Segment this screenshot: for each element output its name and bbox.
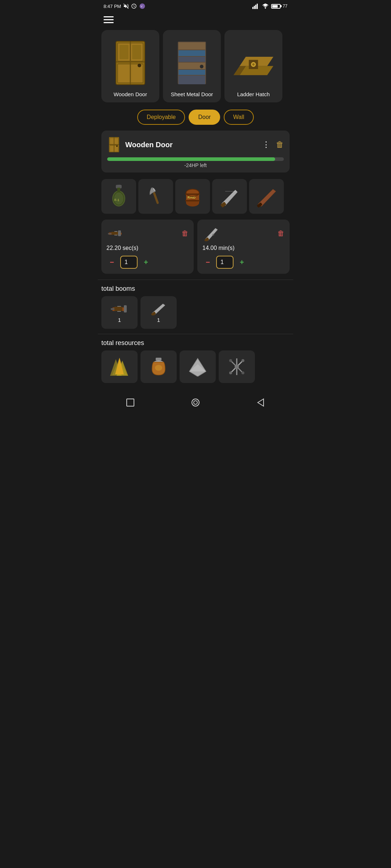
- svg-point-15: [138, 64, 141, 67]
- svg-rect-82: [156, 358, 161, 361]
- resource-scrap: [219, 350, 255, 383]
- nav-back-button[interactable]: [253, 395, 268, 410]
- ladder-hatch-label: Ladder Hatch: [237, 91, 270, 97]
- total-resources-row: [98, 348, 293, 385]
- svg-point-96: [192, 399, 199, 406]
- svg-rect-19: [178, 50, 205, 56]
- alarm-icon: [131, 3, 137, 9]
- svg-rect-74: [114, 307, 122, 311]
- tool-barrel[interactable]: RAID: [175, 179, 210, 214]
- svg-rect-71: [124, 305, 127, 312]
- method-cards: 🗑 22.20 sec(s) − + 🗑 14.00 min(s) −: [98, 217, 293, 277]
- tools-row: F-1 RAID: [98, 176, 293, 217]
- boom-item-1: 1: [140, 296, 177, 329]
- item-carousel: Wooden Door Sheet Metal Door: [98, 27, 293, 105]
- svg-point-39: [116, 145, 118, 147]
- wooden-door-label: Wooden Door: [114, 91, 147, 97]
- method-1-decrement[interactable]: −: [202, 257, 213, 268]
- method-1-quantity[interactable]: [216, 256, 234, 269]
- total-booms-title: total booms: [98, 283, 293, 294]
- svg-rect-51: [185, 200, 200, 201]
- svg-point-83: [155, 365, 162, 371]
- battery-level: 77: [283, 4, 287, 9]
- svg-rect-42: [117, 188, 120, 192]
- nav-home-button[interactable]: [188, 395, 203, 410]
- resource-metal: [180, 350, 216, 383]
- menu-button[interactable]: [98, 11, 293, 27]
- svg-rect-22: [178, 70, 205, 75]
- method-1-tool-img: [202, 225, 220, 242]
- mute-icon: [123, 3, 129, 9]
- battery-icon: [271, 4, 281, 9]
- selected-item-name: Wooden Door: [125, 141, 173, 149]
- svg-point-93: [229, 359, 232, 362]
- nav-square-button[interactable]: [123, 395, 138, 410]
- svg-rect-18: [178, 42, 205, 50]
- svg-rect-14: [132, 45, 141, 59]
- svg-rect-65: [112, 232, 118, 235]
- svg-point-7: [265, 8, 266, 9]
- status-left: 8:47 PM V: [104, 3, 146, 9]
- method-0-decrement[interactable]: −: [106, 257, 117, 268]
- sheet-door-label: Sheet Metal Door: [171, 91, 213, 97]
- time-display: 8:47 PM: [104, 4, 121, 9]
- tool-hatchet[interactable]: [138, 179, 173, 214]
- filter-deployable[interactable]: Deployable: [137, 110, 185, 125]
- nav-bar: [98, 391, 293, 416]
- tool-grenade[interactable]: F-1: [101, 179, 136, 214]
- signal-icon: [252, 3, 260, 9]
- hp-label: -24HP left: [107, 162, 284, 170]
- method-0-quantity[interactable]: [120, 256, 138, 269]
- method-1-counter: − +: [202, 256, 247, 269]
- svg-text:V: V: [141, 5, 143, 8]
- boom-item-1-count: 1: [157, 317, 160, 323]
- viber-icon: V: [139, 3, 146, 9]
- filter-wall[interactable]: Wall: [224, 110, 254, 125]
- method-0-trash[interactable]: 🗑: [181, 229, 189, 238]
- carousel-item-ladder-hatch[interactable]: Ladder Hatch: [224, 30, 282, 102]
- status-right: 77: [252, 3, 287, 9]
- tool-knife[interactable]: [212, 179, 247, 214]
- hp-bar-fill: [107, 157, 275, 161]
- resource-cloth: [101, 350, 138, 383]
- more-options-button[interactable]: ⋮: [262, 141, 271, 149]
- method-card-1: 🗑 14.00 min(s) − +: [197, 220, 290, 274]
- total-resources-title: total resources: [98, 337, 293, 348]
- svg-rect-20: [178, 57, 205, 62]
- svg-point-94: [241, 371, 244, 374]
- method-1-trash[interactable]: 🗑: [277, 229, 285, 238]
- total-resources-section: total resources: [98, 337, 293, 385]
- boom-item-0: 1: [101, 296, 138, 329]
- ladder-hatch-image: [234, 38, 273, 88]
- method-1-increment[interactable]: +: [236, 257, 247, 268]
- svg-rect-5: [255, 5, 256, 9]
- method-0-tool-img: [106, 225, 124, 242]
- method-0-time: 22.20 sec(s): [106, 245, 138, 251]
- svg-point-92: [241, 359, 244, 362]
- total-booms-row: 1 1: [98, 294, 293, 331]
- sheet-door-image: [172, 38, 212, 88]
- svg-text:F-1: F-1: [114, 198, 119, 202]
- status-bar: 8:47 PM V: [98, 0, 293, 11]
- selected-item-card: Wooden Door ⋮ 🗑 -24HP left: [101, 131, 290, 173]
- carousel-item-sheet-door[interactable]: Sheet Metal Door: [163, 30, 221, 102]
- boom-item-0-count: 1: [118, 317, 121, 323]
- total-booms-section: total booms 1 1: [98, 283, 293, 331]
- filter-door[interactable]: Door: [189, 110, 220, 125]
- svg-rect-23: [178, 76, 205, 85]
- svg-point-90: [235, 365, 239, 369]
- carousel-item-wooden-door[interactable]: Wooden Door: [101, 30, 159, 102]
- svg-rect-4: [254, 6, 255, 9]
- svg-point-91: [229, 371, 232, 374]
- svg-point-26: [200, 65, 203, 68]
- resource-bottle: [140, 350, 177, 383]
- svg-marker-98: [258, 399, 264, 406]
- hp-bar-container: [107, 157, 284, 161]
- method-0-increment[interactable]: +: [140, 257, 151, 268]
- svg-rect-3: [252, 7, 253, 9]
- method-1-time: 14.00 min(s): [202, 245, 235, 251]
- tool-blade[interactable]: [249, 179, 284, 214]
- delete-item-button[interactable]: 🗑: [276, 140, 284, 149]
- divider-1: [98, 280, 293, 280]
- svg-rect-13: [119, 45, 129, 59]
